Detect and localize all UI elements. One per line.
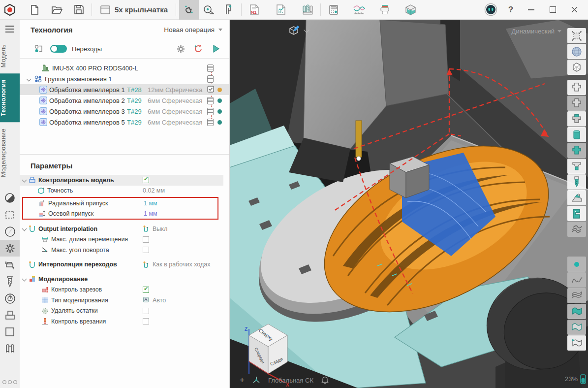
param-accuracy[interactable]: Точность 0.02 мм	[20, 186, 223, 196]
toolpath-visibility-button[interactable]	[567, 222, 586, 237]
tree-row-operation-5[interactable]: Обработка импеллеров 5 T#29 6мм Сферичес…	[20, 117, 229, 128]
layers-stack-button[interactable]	[375, 0, 395, 20]
measure-tape-button[interactable]	[199, 0, 218, 20]
nc-program-button[interactable]: N1	[245, 0, 264, 20]
flag-gradient-display-button[interactable]	[567, 320, 586, 335]
max-length-checkbox[interactable]	[143, 236, 149, 243]
notes-icon[interactable]	[207, 97, 214, 104]
stock-cylinder-button[interactable]	[567, 127, 586, 142]
transitions-toggle[interactable]	[50, 45, 67, 53]
plunge-check-checkbox[interactable]	[143, 318, 149, 324]
output-interpolation-value[interactable]: Выкл	[153, 226, 167, 232]
param-control-model[interactable]: Контролировать модель	[20, 175, 223, 186]
workpiece-edit-dropdown[interactable]	[288, 25, 309, 35]
add-csys-button[interactable]: +	[240, 375, 245, 385]
collapse-chevron-icon[interactable]	[22, 277, 27, 282]
run-simulation-button[interactable]	[210, 42, 222, 55]
accuracy-value[interactable]: 0.02 мм	[143, 187, 165, 194]
new-file-button[interactable]	[25, 0, 44, 20]
tree-row-machine[interactable]: IMU-5X 400 PRO RDDS400-L	[20, 63, 229, 73]
blank-plane-button[interactable]	[0, 323, 20, 340]
gouge-check-checkbox[interactable]	[143, 287, 149, 293]
machine-visibility-button[interactable]	[567, 206, 586, 221]
tree-row-operation-1[interactable]: Обработка импеллеров 1 T#28 12мм Сфериче…	[20, 84, 229, 95]
collapse-chevron-icon[interactable]	[22, 178, 27, 183]
tab-model[interactable]: Модель	[0, 38, 20, 73]
collapse-chevron-icon[interactable]	[22, 226, 27, 231]
fixture-visibility-button[interactable]	[567, 190, 586, 205]
part-and-workpiece-button[interactable]	[567, 111, 586, 127]
surface-display-button[interactable]	[567, 288, 586, 303]
tools-library-button[interactable]	[298, 0, 317, 20]
operation-settings-button[interactable]	[174, 42, 187, 55]
report-button[interactable]	[271, 0, 291, 20]
stock-funnel-button[interactable]	[567, 159, 586, 174]
save-button[interactable]	[69, 0, 89, 20]
tree-row-operation-2[interactable]: Обработка импеллеров 2 T#29 6мм Сферичес…	[20, 95, 229, 106]
param-axial-stock[interactable]: Осевой припуск 1 мм	[23, 208, 217, 219]
more-tools-button[interactable]	[2, 380, 17, 384]
param-simulation-type[interactable]: Тип моделирования Авто	[20, 295, 223, 306]
param-max-angle[interactable]: Макс. угол поворота	[20, 245, 223, 256]
snap-magnet-button[interactable]	[179, 0, 199, 20]
flag-solid-display-button[interactable]	[567, 304, 586, 319]
csys-selector[interactable]: Глобальная СК	[268, 377, 313, 384]
operation-enabled-checkbox[interactable]	[207, 86, 214, 94]
notes-icon[interactable]	[207, 108, 214, 115]
remove-rest-checkbox[interactable]	[143, 308, 149, 314]
stock-part-button[interactable]	[567, 143, 586, 158]
compass-button[interactable]	[0, 223, 20, 240]
settings-button[interactable]	[0, 240, 20, 257]
tab-simulation[interactable]: Моделирование	[0, 123, 20, 183]
maximize-button[interactable]	[543, 0, 562, 20]
contrast-view-button[interactable]	[0, 190, 20, 206]
notifications-bell-icon[interactable]	[321, 376, 329, 385]
selection-box-button[interactable]	[0, 206, 20, 223]
control-model-checkbox[interactable]	[143, 177, 149, 183]
marker-display-button[interactable]	[567, 257, 586, 272]
library-button[interactable]	[0, 340, 20, 357]
assistant-bot-button[interactable]	[481, 0, 500, 20]
caliper-button[interactable]	[218, 0, 238, 20]
machine-setup-button[interactable]	[0, 257, 20, 273]
new-operation-dropdown[interactable]: Новая операция	[164, 26, 222, 33]
param-max-move-length[interactable]: Макс. длина перемещения	[20, 234, 223, 245]
radial-stock-value[interactable]: 1 мм	[144, 200, 157, 207]
solid-model-button[interactable]	[401, 0, 420, 20]
part-visibility-button[interactable]	[567, 80, 586, 95]
minimize-button[interactable]	[521, 0, 541, 20]
curve-display-button[interactable]	[567, 272, 586, 288]
tool-visibility-button[interactable]	[567, 174, 586, 190]
workpiece-visibility-button[interactable]	[567, 96, 586, 111]
transition-interpolation-value[interactable]: Как в рабочих ходах	[153, 261, 211, 268]
param-transition-interpolation[interactable]: Интерполяция переходов Как в рабочих ход…	[20, 259, 223, 270]
close-button[interactable]	[564, 0, 584, 20]
tree-row-group[interactable]: Группа размножения 1	[20, 73, 229, 84]
collapse-chevron-icon[interactable]	[27, 76, 31, 81]
view-mode-dropdown[interactable]: Динамический	[512, 28, 561, 35]
help-button[interactable]: ?	[502, 5, 519, 15]
main-menu-button[interactable]	[0, 20, 20, 38]
tab-technology[interactable]: Технология	[0, 73, 20, 122]
flag-outline-display-button[interactable]	[567, 335, 586, 351]
recalculate-button[interactable]	[192, 42, 205, 55]
param-radial-stock[interactable]: Радиальный припуск 1 мм	[23, 198, 217, 208]
fit-view-button[interactable]	[567, 28, 586, 43]
gauge-button[interactable]	[0, 290, 20, 307]
document-tab[interactable]: 5x крыльчатка	[95, 0, 173, 20]
simulation-type-value[interactable]: Авто	[153, 297, 166, 304]
wireframe-view-button[interactable]	[567, 60, 586, 75]
tree-row-operation-3[interactable]: Обработка импеллеров 3 T#29 6мм Сферичес…	[20, 106, 229, 117]
param-remove-rest[interactable]: Удалять остатки	[20, 306, 223, 317]
open-file-button[interactable]	[47, 0, 67, 20]
vise-button[interactable]	[0, 307, 20, 323]
graphs-button[interactable]	[349, 0, 369, 20]
param-plunge-check[interactable]: Контроль врезания	[20, 316, 223, 327]
param-output-interpolation[interactable]: Output interpolation Выкл	[20, 224, 223, 234]
param-simulation-group[interactable]: Моделирование	[20, 274, 223, 285]
tool-button[interactable]	[0, 273, 20, 290]
shaded-view-button[interactable]	[567, 44, 586, 59]
notes-icon[interactable]	[207, 75, 214, 83]
notes-icon[interactable]	[207, 65, 214, 72]
notes-icon[interactable]	[207, 119, 214, 126]
